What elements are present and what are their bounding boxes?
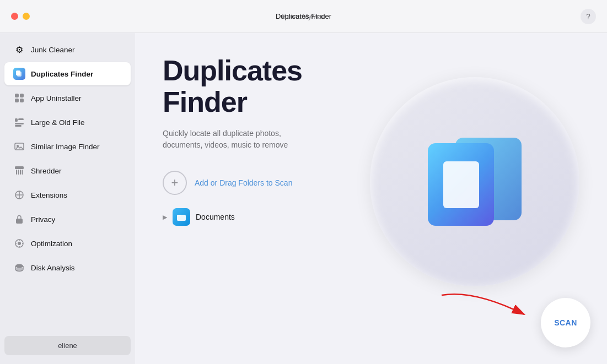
- sidebar-item-label: Duplicates Finder: [31, 70, 93, 78]
- svg-rect-15: [20, 170, 21, 175]
- svg-rect-9: [15, 125, 22, 127]
- sidebar-item-duplicates-finder[interactable]: Duplicates Finder: [4, 62, 131, 85]
- sidebar: ⚙ Junk Cleaner Duplicates Finder: [0, 33, 135, 364]
- sidebar-item-shredder[interactable]: Shredder: [4, 159, 131, 182]
- folder-item-documents[interactable]: ▶ Documents: [163, 206, 579, 228]
- svg-rect-6: [15, 118, 18, 122]
- scan-button[interactable]: SCAN: [541, 298, 590, 347]
- sidebar-item-optimization[interactable]: Optimization: [4, 232, 131, 255]
- sidebar-item-large-old-file[interactable]: Large & Old File: [4, 111, 131, 134]
- scan-button-wrap: SCAN: [541, 298, 590, 347]
- sidebar-item-label: Disk Analysis: [31, 264, 75, 272]
- svg-point-21: [15, 264, 23, 268]
- svg-rect-14: [18, 170, 19, 175]
- svg-rect-12: [15, 166, 24, 169]
- window-title: Duplicates Finder: [276, 12, 331, 20]
- user-badge[interactable]: eliene: [4, 336, 131, 355]
- add-folder-button[interactable]: + Add or Drag Folders to Scan: [163, 171, 579, 195]
- sidebar-item-junk-cleaner[interactable]: ⚙ Junk Cleaner: [4, 38, 131, 61]
- traffic-lights: [11, 13, 30, 20]
- svg-point-22: [15, 268, 23, 271]
- svg-rect-1: [16, 70, 20, 75]
- privacy-icon: [13, 213, 25, 225]
- arrow-illustration: [431, 284, 541, 328]
- app-uninstaller-icon: [13, 92, 25, 104]
- shredder-icon: [13, 165, 25, 177]
- sidebar-item-extensions[interactable]: Extensions: [4, 183, 131, 207]
- page-title: Duplicates Finder: [163, 55, 579, 118]
- titlebar: PowerMyMac Duplicates Finder ?: [0, 0, 607, 33]
- help-button[interactable]: ?: [581, 9, 596, 24]
- sidebar-item-privacy[interactable]: Privacy: [4, 208, 131, 231]
- sidebar-item-disk-analysis[interactable]: Disk Analysis: [4, 256, 131, 279]
- similar-image-icon: [13, 140, 25, 153]
- disk-analysis-icon: [13, 262, 25, 274]
- add-folder-label: Add or Drag Folders to Scan: [195, 178, 292, 187]
- sidebar-item-label: Optimization: [31, 240, 72, 248]
- svg-rect-2: [15, 94, 19, 97]
- sidebar-item-label: Shredder: [31, 167, 62, 175]
- large-old-file-icon: [13, 116, 25, 128]
- svg-rect-7: [18, 118, 24, 120]
- sidebar-item-label: Extensions: [31, 191, 67, 199]
- sidebar-item-label: Junk Cleaner: [31, 46, 75, 54]
- sidebar-item-app-uninstaller[interactable]: App Uninstaller: [4, 86, 131, 110]
- optimization-icon: [13, 237, 25, 249]
- duplicates-icon-shape: [13, 68, 25, 80]
- sidebar-item-label: Similar Image Finder: [31, 143, 100, 151]
- folder-label: Documents: [196, 213, 235, 221]
- page-description: Quickly locate all duplicate photos, doc…: [163, 128, 295, 151]
- svg-rect-16: [22, 170, 23, 175]
- traffic-light-yellow[interactable]: [23, 13, 30, 20]
- chevron-icon: ▶: [163, 214, 167, 221]
- sidebar-item-label: App Uninstaller: [31, 94, 82, 102]
- traffic-light-red[interactable]: [11, 13, 18, 20]
- content-area: Duplicates Finder Quickly locate all dup…: [135, 33, 607, 364]
- duplicate-icon: [13, 68, 25, 80]
- sidebar-item-label: Large & Old File: [31, 118, 85, 127]
- svg-rect-3: [20, 94, 24, 97]
- main-layout: ⚙ Junk Cleaner Duplicates Finder: [0, 33, 607, 364]
- add-icon: +: [163, 171, 187, 195]
- folder-icon: [173, 208, 190, 226]
- svg-rect-18: [16, 219, 23, 224]
- sidebar-item-similar-image-finder[interactable]: Similar Image Finder: [4, 135, 131, 158]
- svg-rect-5: [20, 99, 24, 102]
- sidebar-item-label: Privacy: [31, 215, 55, 224]
- svg-point-20: [18, 242, 21, 245]
- gear-icon: ⚙: [13, 44, 25, 56]
- svg-rect-13: [16, 170, 17, 175]
- svg-rect-8: [15, 123, 24, 124]
- svg-rect-24: [177, 215, 181, 216]
- svg-rect-4: [15, 99, 19, 102]
- extensions-icon: [13, 189, 25, 201]
